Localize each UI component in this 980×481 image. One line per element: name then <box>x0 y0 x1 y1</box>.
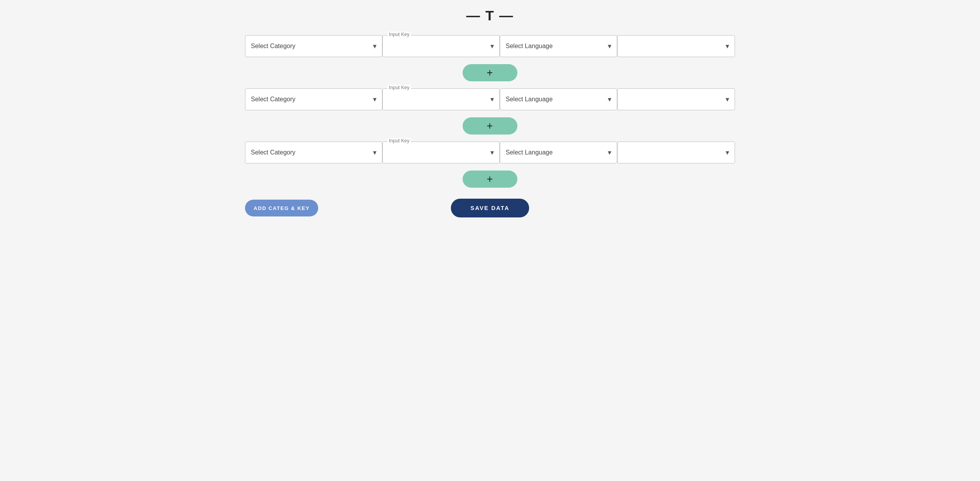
input-key-wrap-2: Input Key ▾ <box>382 88 500 110</box>
last-select-wrap-1: ▾ <box>617 35 735 57</box>
row-section-1: Select Category ▾ Input Key ▾ Select Lan… <box>245 35 735 57</box>
input-key-label-3: Input Key <box>387 138 411 144</box>
row-section-3: Select Category ▾ Input Key ▾ Select Lan… <box>245 142 735 163</box>
input-key-field-1[interactable]: Input Key ▾ <box>382 35 500 57</box>
select-language-label-2: Select Language <box>506 96 605 103</box>
chevron-down-icon-last-3: ▾ <box>726 149 729 157</box>
select-category-label-2: Select Category <box>251 96 370 103</box>
select-category-2[interactable]: Select Category ▾ <box>245 88 382 110</box>
page-wrapper: — T — Select Category ▾ Input Key ▾ Sele… <box>245 0 735 233</box>
select-language-2[interactable]: Select Language ▾ <box>500 88 617 110</box>
row-group-2: Select Category ▾ Input Key ▾ Select Lan… <box>245 88 735 110</box>
plus-button-row-1: + <box>245 57 735 88</box>
row-group-1: Select Category ▾ Input Key ▾ Select Lan… <box>245 35 735 57</box>
plus-button-row-2: + <box>245 110 735 142</box>
last-select-2[interactable]: ▾ <box>617 88 735 110</box>
chevron-down-icon-input-2: ▾ <box>490 95 494 104</box>
chevron-down-icon-lang-3: ▾ <box>608 149 611 157</box>
input-key-field-3[interactable]: Input Key ▾ <box>382 142 500 163</box>
input-key-label-2: Input Key <box>387 85 411 90</box>
plus-button-1[interactable]: + <box>463 64 517 81</box>
select-language-label-3: Select Language <box>506 149 605 156</box>
chevron-down-icon-2: ▾ <box>373 95 377 104</box>
chevron-down-icon-last-2: ▾ <box>726 95 729 104</box>
select-category-label-3: Select Category <box>251 149 370 156</box>
last-select-wrap-2: ▾ <box>617 88 735 110</box>
select-language-1[interactable]: Select Language ▾ <box>500 35 617 57</box>
select-language-wrap-1: Select Language ▾ <box>500 35 617 57</box>
select-language-label-1: Select Language <box>506 43 605 50</box>
chevron-down-icon-lang-1: ▾ <box>608 42 611 50</box>
plus-button-row-3: + <box>245 163 735 195</box>
select-language-wrap-2: Select Language ▾ <box>500 88 617 110</box>
input-key-field-2[interactable]: Input Key ▾ <box>382 88 500 110</box>
last-select-wrap-3: ▾ <box>617 142 735 163</box>
save-data-button[interactable]: SAVE DATA <box>451 199 529 217</box>
select-language-wrap-3: Select Language ▾ <box>500 142 617 163</box>
chevron-down-icon-lang-2: ▾ <box>608 95 611 104</box>
bottom-actions: ADD CATEG & KEY SAVE DATA <box>245 199 735 217</box>
input-key-label-1: Input Key <box>387 32 411 37</box>
select-category-wrap-1: Select Category ▾ <box>245 35 382 57</box>
input-key-wrap-3: Input Key ▾ <box>382 142 500 163</box>
select-language-3[interactable]: Select Language ▾ <box>500 142 617 163</box>
select-category-1[interactable]: Select Category ▾ <box>245 35 382 57</box>
chevron-down-icon-3: ▾ <box>373 149 377 157</box>
select-category-wrap-2: Select Category ▾ <box>245 88 382 110</box>
row-section-2: Select Category ▾ Input Key ▾ Select Lan… <box>245 88 735 110</box>
plus-button-3[interactable]: + <box>463 171 517 188</box>
last-select-1[interactable]: ▾ <box>617 35 735 57</box>
last-select-3[interactable]: ▾ <box>617 142 735 163</box>
select-category-3[interactable]: Select Category ▾ <box>245 142 382 163</box>
select-category-label-1: Select Category <box>251 43 370 50</box>
add-categ-key-button[interactable]: ADD CATEG & KEY <box>245 200 318 217</box>
row-group-3: Select Category ▾ Input Key ▾ Select Lan… <box>245 142 735 163</box>
plus-button-2[interactable]: + <box>463 117 517 135</box>
chevron-down-icon-1: ▾ <box>373 42 377 50</box>
chevron-down-icon-input-3: ▾ <box>490 149 494 157</box>
chevron-down-icon-input-1: ▾ <box>490 42 494 50</box>
chevron-down-icon-last-1: ▾ <box>726 42 729 50</box>
input-key-wrap-1: Input Key ▾ <box>382 35 500 57</box>
select-category-wrap-3: Select Category ▾ <box>245 142 382 163</box>
page-title: — T — <box>245 8 735 23</box>
